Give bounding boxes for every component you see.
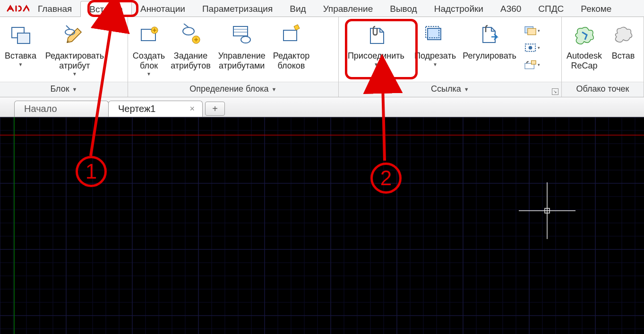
menu-tab-annotations[interactable]: Аннотации xyxy=(132,1,194,16)
tab-label: Чертеж1 xyxy=(118,103,155,114)
recap-icon xyxy=(573,24,595,46)
menu-tab-view[interactable]: Вид xyxy=(281,1,314,16)
panel-reference-title[interactable]: Ссылка ▼ ↘ xyxy=(339,82,561,97)
menu-tab-spds[interactable]: СПДС xyxy=(530,1,572,16)
manage-attributes-label: Управление атрибутами xyxy=(218,51,266,70)
menu-tab-insert[interactable]: Вставка xyxy=(80,1,132,17)
define-attributes-icon xyxy=(179,24,202,46)
edit-attribute-icon xyxy=(63,24,86,46)
define-attributes-label: Задание атрибутов xyxy=(171,51,210,70)
panel-block-title[interactable]: Блок ▼ xyxy=(0,82,128,97)
dropdown-arrow-icon: ▼ xyxy=(18,62,23,67)
create-block-label: Создать блок xyxy=(133,51,165,70)
dropdown-arrow-icon: ▼ xyxy=(374,62,378,67)
adjust-icon xyxy=(478,24,501,46)
xref-frames-button[interactable]: ▾ xyxy=(524,42,540,54)
svg-rect-15 xyxy=(528,28,536,35)
manage-attributes-button[interactable]: Управление атрибутами xyxy=(214,20,270,71)
xref-frames-icon xyxy=(524,43,538,53)
panel-title-label: Облако точек xyxy=(576,84,629,94)
app-logo-icon[interactable] xyxy=(6,2,29,15)
manage-attributes-icon xyxy=(231,24,253,46)
insert-button[interactable]: Вставка ▼ xyxy=(2,20,39,68)
clip-icon xyxy=(424,24,447,46)
panel-expand-arrow-icon: ▼ xyxy=(464,86,469,92)
edit-attribute-button[interactable]: Редактировать атрибут ▼ xyxy=(39,20,110,77)
underlay-layers-button[interactable]: ▾ xyxy=(524,25,540,37)
panel-point-cloud-title[interactable]: Облако точек xyxy=(562,82,644,97)
insert-block-icon xyxy=(9,24,32,46)
panel-block-definition-title[interactable]: Определение блока ▼ xyxy=(128,82,338,97)
edit-attribute-label: Редактировать атрибут xyxy=(45,51,104,70)
menu-tab-main[interactable]: Главная xyxy=(29,1,80,16)
recap-label: Autodesk ReCap xyxy=(567,51,602,70)
recap-button[interactable]: Autodesk ReCap xyxy=(564,20,605,71)
tab-label: Начало xyxy=(24,103,57,114)
clip-label: Подрезать xyxy=(414,51,456,61)
svg-rect-11 xyxy=(283,30,297,41)
block-editor-label: Редактор блоков xyxy=(273,51,309,70)
panel-reference: Присоединить ▼ Подрезать ▼ Регулировать xyxy=(339,17,562,97)
document-tab-bar: Начало Чертеж1 × + xyxy=(0,97,644,117)
new-tab-button[interactable]: + xyxy=(205,102,225,116)
create-block-icon xyxy=(137,24,160,46)
dropdown-arrow-icon: ▼ xyxy=(72,71,77,77)
block-editor-icon xyxy=(280,24,302,46)
svg-point-17 xyxy=(529,46,532,50)
tab-drawing1[interactable]: Чертеж1 × xyxy=(108,101,203,117)
attach-button[interactable]: Присоединить ▼ xyxy=(341,20,412,68)
plus-icon: + xyxy=(212,103,218,114)
panel-block-definition: Создать блок ▼ Задание атрибутов Управле… xyxy=(128,17,339,97)
menu-tab-featured[interactable]: Рекоме xyxy=(572,1,620,16)
svg-rect-7 xyxy=(233,26,248,36)
menu-tab-addins[interactable]: Надстройки xyxy=(426,1,492,16)
create-block-button[interactable]: Создать блок ▼ xyxy=(130,20,168,77)
adjust-button[interactable]: Регулировать xyxy=(459,20,520,62)
dropdown-arrow-icon: ▼ xyxy=(433,62,438,67)
panel-block: Вставка ▼ Редактировать атрибут ▼ Блок ▼ xyxy=(0,17,128,97)
attach-icon xyxy=(365,24,387,46)
block-editor-button[interactable]: Редактор блоков xyxy=(270,20,312,71)
clip-button[interactable]: Подрезать ▼ xyxy=(412,20,459,68)
menu-tab-bar: Главная Вставка Аннотации Параметризация… xyxy=(0,0,644,17)
panel-expand-arrow-icon: ▼ xyxy=(72,86,77,92)
attach-label: Присоединить xyxy=(348,51,404,61)
svg-rect-19 xyxy=(532,60,536,64)
panel-title-label: Ссылка xyxy=(431,84,461,94)
insert-cloud-button[interactable]: Встав xyxy=(605,20,642,62)
menu-tab-a360[interactable]: A360 xyxy=(492,1,530,16)
svg-rect-1 xyxy=(17,33,30,43)
dropdown-arrow-icon: ▼ xyxy=(146,71,151,77)
snap-underlay-button[interactable]: ▾ xyxy=(524,59,540,71)
svg-point-5 xyxy=(183,27,194,35)
panel-expand-arrow-icon: ▼ xyxy=(272,86,277,92)
svg-point-10 xyxy=(241,36,250,43)
tab-close-icon[interactable]: × xyxy=(189,104,195,114)
snap-underlay-icon xyxy=(524,60,538,70)
panel-point-cloud: Autodesk ReCap Встав Облако точек xyxy=(562,17,644,97)
adjust-label: Регулировать xyxy=(463,51,516,61)
menu-tab-manage[interactable]: Управление xyxy=(315,1,382,16)
insert-button-label: Вставка xyxy=(5,51,36,61)
cursor-crosshair xyxy=(519,182,575,239)
tab-start[interactable]: Начало xyxy=(14,101,109,117)
point-cloud-icon xyxy=(612,24,635,46)
menu-tab-output[interactable]: Вывод xyxy=(381,1,425,16)
ribbon: Вставка ▼ Редактировать атрибут ▼ Блок ▼ xyxy=(0,17,644,97)
underlay-layers-icon xyxy=(524,26,538,36)
panel-title-label: Блок xyxy=(50,84,69,94)
insert-cloud-label: Встав xyxy=(612,51,635,61)
drawing-canvas[interactable] xyxy=(0,117,644,334)
panel-dialog-launcher[interactable]: ↘ xyxy=(552,88,558,95)
define-attributes-button[interactable]: Задание атрибутов xyxy=(168,20,213,71)
menu-tab-parametric[interactable]: Параметризация xyxy=(194,1,281,16)
reference-side-column: ▾ ▾ ▾ xyxy=(520,20,544,71)
panel-title-label: Определение блока xyxy=(189,84,268,94)
